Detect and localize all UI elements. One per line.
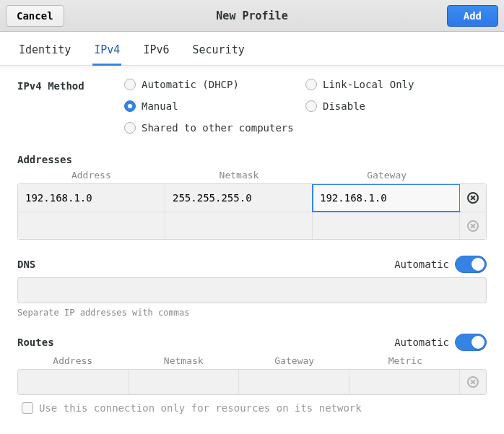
radio-label: Shared to other computers bbox=[142, 122, 294, 134]
radio-label: Disable bbox=[323, 100, 365, 112]
only-for-resources-checkbox[interactable] bbox=[22, 402, 33, 414]
tabbar: Identity IPv4 IPv6 Security bbox=[0, 32, 504, 66]
delete-icon bbox=[467, 220, 479, 232]
route-cell-gateway[interactable] bbox=[239, 370, 349, 394]
dns-automatic-switch[interactable] bbox=[455, 256, 487, 273]
route-cell-netmask[interactable] bbox=[129, 370, 239, 394]
radio-label: Manual bbox=[142, 100, 178, 112]
radio-icon bbox=[124, 122, 136, 134]
tab-security[interactable]: Security bbox=[191, 39, 246, 66]
delete-route-button bbox=[460, 370, 486, 394]
addresses-header-address: Address bbox=[17, 170, 165, 181]
cancel-button[interactable]: Cancel bbox=[6, 5, 64, 27]
route-cell-address[interactable] bbox=[18, 370, 129, 394]
address-cell-netmask[interactable] bbox=[165, 184, 313, 212]
netmask-input[interactable] bbox=[173, 220, 305, 232]
routes-header-address: Address bbox=[17, 355, 129, 366]
dns-input[interactable] bbox=[17, 277, 487, 303]
tab-ipv4[interactable]: IPv4 bbox=[92, 39, 121, 66]
address-row bbox=[18, 184, 486, 212]
radio-icon bbox=[124, 79, 136, 90]
route-cell-metric[interactable] bbox=[349, 370, 460, 394]
radio-icon bbox=[305, 79, 317, 90]
gateway-input[interactable] bbox=[320, 220, 452, 232]
radio-shared[interactable]: Shared to other computers bbox=[124, 122, 487, 134]
dialog-title: New Profile bbox=[0, 9, 504, 22]
addresses-header-netmask: Netmask bbox=[165, 170, 313, 181]
radio-manual[interactable]: Manual bbox=[124, 100, 305, 112]
route-row bbox=[18, 370, 486, 394]
routes-header-netmask: Netmask bbox=[129, 355, 240, 366]
routes-title: Routes bbox=[17, 337, 54, 348]
address-cell-netmask[interactable] bbox=[165, 212, 313, 239]
address-cell-address[interactable] bbox=[18, 184, 165, 212]
radio-icon bbox=[305, 100, 317, 112]
address-cell-gateway[interactable] bbox=[313, 212, 460, 239]
radio-icon bbox=[124, 100, 136, 112]
gateway-input[interactable] bbox=[320, 192, 452, 204]
address-input[interactable] bbox=[25, 192, 157, 204]
routes-automatic-switch[interactable] bbox=[455, 334, 487, 351]
tab-ipv6[interactable]: IPv6 bbox=[142, 39, 170, 66]
address-cell-address[interactable] bbox=[18, 212, 165, 239]
radio-label: Link-Local Only bbox=[323, 79, 414, 90]
dns-hint: Separate IP addresses with commas bbox=[17, 308, 487, 318]
routes-automatic-label: Automatic bbox=[394, 337, 449, 348]
addresses-title: Addresses bbox=[17, 154, 487, 165]
radio-automatic-dhcp[interactable]: Automatic (DHCP) bbox=[124, 79, 305, 90]
radio-link-local-only[interactable]: Link-Local Only bbox=[305, 79, 487, 90]
addresses-header-gateway: Gateway bbox=[313, 170, 461, 181]
ipv4-method-label: IPv4 Method bbox=[17, 79, 124, 92]
routes-header-gateway: Gateway bbox=[239, 355, 350, 366]
headerbar: Cancel New Profile Add bbox=[0, 0, 504, 32]
only-for-resources-label: Use this connection only for resources o… bbox=[39, 402, 362, 414]
address-row bbox=[18, 212, 486, 239]
tab-identity[interactable]: Identity bbox=[17, 39, 72, 66]
routes-header-metric: Metric bbox=[350, 355, 461, 366]
address-input[interactable] bbox=[25, 220, 157, 232]
delete-icon bbox=[467, 376, 479, 388]
delete-address-button[interactable] bbox=[460, 184, 486, 212]
netmask-input[interactable] bbox=[173, 192, 305, 204]
dns-title: DNS bbox=[17, 259, 35, 270]
add-button[interactable]: Add bbox=[447, 5, 498, 27]
delete-address-button bbox=[460, 212, 486, 239]
radio-disable[interactable]: Disable bbox=[305, 100, 487, 112]
radio-label: Automatic (DHCP) bbox=[142, 79, 239, 90]
delete-icon bbox=[467, 192, 479, 204]
dns-automatic-label: Automatic bbox=[394, 259, 449, 270]
address-cell-gateway[interactable] bbox=[313, 184, 460, 212]
